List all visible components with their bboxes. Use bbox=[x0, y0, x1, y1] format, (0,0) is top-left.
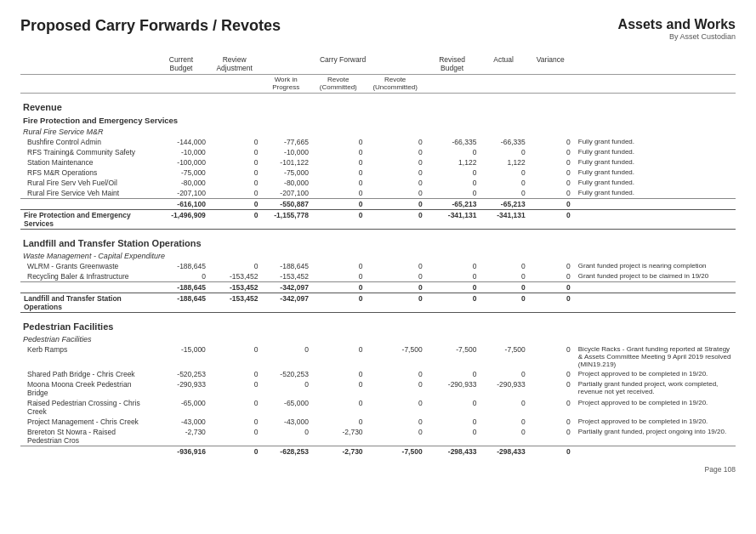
subsection-italic-12: Pedestrian Facilities bbox=[20, 333, 736, 344]
row-variance: 0 bbox=[528, 398, 573, 417]
row-actual: 0 bbox=[479, 188, 527, 199]
row-review: 0 bbox=[208, 168, 261, 178]
row-current: -15,000 bbox=[154, 344, 208, 369]
main-table: CurrentBudget ReviewAdjustment Carry For… bbox=[20, 54, 736, 457]
subsection-italic-7: Waste Management - Capital Expenditure bbox=[20, 250, 736, 261]
group-total-label: Landfill and Transfer Station Operations bbox=[20, 293, 154, 313]
row-wip: -101,122 bbox=[260, 157, 310, 168]
row-wip: -520,253 bbox=[260, 369, 310, 379]
row-revised: -7,500 bbox=[425, 344, 480, 369]
row-actual: -66,335 bbox=[479, 137, 527, 147]
row-actual: 0 bbox=[479, 369, 527, 379]
group-total-row: Fire Protection and Emergency Services -… bbox=[20, 210, 736, 230]
row-notes: Partially grant funded, project ongoing … bbox=[573, 427, 736, 446]
row-rev-com: 0 bbox=[311, 137, 366, 147]
row-actual: 0 bbox=[479, 417, 527, 427]
table-row: RFS Training& Community Safety -10,000 0… bbox=[20, 147, 736, 157]
row-wip: -77,665 bbox=[260, 137, 310, 147]
right-header: Assets and Works By Asset Custodian bbox=[618, 17, 736, 41]
row-rev-uncom: 0 bbox=[366, 379, 425, 398]
row-rev-com: 0 bbox=[311, 147, 366, 157]
group-total-variance: 0 bbox=[528, 293, 573, 313]
table-row: Kerb Ramps -15,000 0 0 0 -7,500 -7,500 -… bbox=[20, 344, 736, 369]
row-revised: 1,122 bbox=[425, 157, 480, 168]
col-notes-sub bbox=[573, 75, 736, 94]
col-notes-header bbox=[573, 54, 736, 75]
row-rev-uncom: -7,500 bbox=[366, 344, 425, 369]
group-total-current: -188,645 bbox=[154, 293, 208, 313]
subtotal-current: -936,916 bbox=[154, 446, 208, 457]
col-label-sub bbox=[20, 75, 154, 94]
right-title: Assets and Works bbox=[618, 17, 736, 32]
row-revised: 0 bbox=[425, 427, 480, 446]
row-current: -188,645 bbox=[154, 261, 208, 271]
subtotal-review: 0 bbox=[208, 199, 261, 210]
row-wip: 0 bbox=[260, 427, 310, 446]
row-rev-com: 0 bbox=[311, 178, 366, 188]
col-review-adj-header: ReviewAdjustment bbox=[208, 54, 261, 75]
group-total-revised: 0 bbox=[425, 293, 480, 313]
row-review: 0 bbox=[208, 398, 261, 417]
subtotal-wip: -342,097 bbox=[260, 282, 310, 293]
row-label: WLRM - Grants Greenwaste bbox=[20, 261, 154, 271]
row-rev-uncom: 0 bbox=[366, 271, 425, 282]
row-rev-com: -2,730 bbox=[311, 427, 366, 446]
col-review-sub bbox=[208, 75, 261, 94]
subtotal-variance: 0 bbox=[528, 199, 573, 210]
row-revised: 0 bbox=[425, 147, 480, 157]
row-current: -43,000 bbox=[154, 417, 208, 427]
right-subtitle: By Asset Custodian bbox=[618, 32, 736, 41]
group-total-rev-uncom: 0 bbox=[366, 293, 425, 313]
row-notes: Fully grant funded. bbox=[573, 188, 736, 199]
subtotal-notes bbox=[573, 446, 736, 457]
subtotal-rev-com: 0 bbox=[311, 199, 366, 210]
subtotal-variance: 0 bbox=[528, 282, 573, 293]
row-rev-com: 0 bbox=[311, 398, 366, 417]
row-wip: 0 bbox=[260, 344, 310, 369]
table-row: Moona Moona Creek Pedestrian Bridge -290… bbox=[20, 379, 736, 398]
col-actual-header: Actual bbox=[479, 54, 527, 75]
row-review: 0 bbox=[208, 188, 261, 199]
col-current-budget-sub bbox=[154, 75, 208, 94]
row-review: 0 bbox=[208, 178, 261, 188]
row-current: -100,000 bbox=[154, 157, 208, 168]
row-label: Rural Fire Serv Veh Fuel/Oil bbox=[20, 178, 154, 188]
row-wip: -75,000 bbox=[260, 168, 310, 178]
table-row: RFS M&R Operations -75,000 0 -75,000 0 0… bbox=[20, 168, 736, 178]
row-notes: Fully grant funded. bbox=[573, 178, 736, 188]
row-review: 0 bbox=[208, 157, 261, 168]
row-wip: -65,000 bbox=[260, 398, 310, 417]
col-actual-sub bbox=[479, 75, 527, 94]
row-notes: Bicycle Racks - Grant funding reported a… bbox=[573, 344, 736, 369]
table-row: WLRM - Grants Greenwaste -188,645 0 -188… bbox=[20, 261, 736, 271]
subtotal-wip: -550,887 bbox=[260, 199, 310, 210]
row-label: Bushfire Control Admin bbox=[20, 137, 154, 147]
row-rev-com: 0 bbox=[311, 344, 366, 369]
subtotal-row: -616,100 0 -550,887 0 0 -65,213 -65,213 … bbox=[20, 199, 736, 210]
row-variance: 0 bbox=[528, 369, 573, 379]
row-actual: 0 bbox=[479, 261, 527, 271]
col-revote-uncommitted-sub: Revote(Uncommitted) bbox=[366, 75, 425, 94]
row-revised: -66,335 bbox=[425, 137, 480, 147]
row-rev-com: 0 bbox=[311, 379, 366, 398]
row-review: 0 bbox=[208, 261, 261, 271]
row-rev-uncom: 0 bbox=[366, 427, 425, 446]
row-label: RFS M&R Operations bbox=[20, 168, 154, 178]
row-variance: 0 bbox=[528, 261, 573, 271]
subtotal-notes bbox=[573, 282, 736, 293]
group-total-revised: -341,131 bbox=[425, 210, 480, 230]
row-label: Station Maintenance bbox=[20, 157, 154, 168]
row-rev-uncom: 0 bbox=[366, 168, 425, 178]
row-wip: 0 bbox=[260, 379, 310, 398]
group-total-rev-com: 0 bbox=[311, 293, 366, 313]
row-revised: 0 bbox=[425, 369, 480, 379]
row-actual: 1,122 bbox=[479, 157, 527, 168]
row-label: Shared Path Bridge - Chris Creek bbox=[20, 369, 154, 379]
subtotal-rev-uncom: 0 bbox=[366, 199, 425, 210]
row-review: 0 bbox=[208, 417, 261, 427]
group-total-actual: -341,131 bbox=[479, 210, 527, 230]
row-revised: 0 bbox=[425, 188, 480, 199]
row-variance: 0 bbox=[528, 157, 573, 168]
row-notes: Grant funded project is nearing completi… bbox=[573, 261, 736, 271]
row-current: -520,253 bbox=[154, 369, 208, 379]
